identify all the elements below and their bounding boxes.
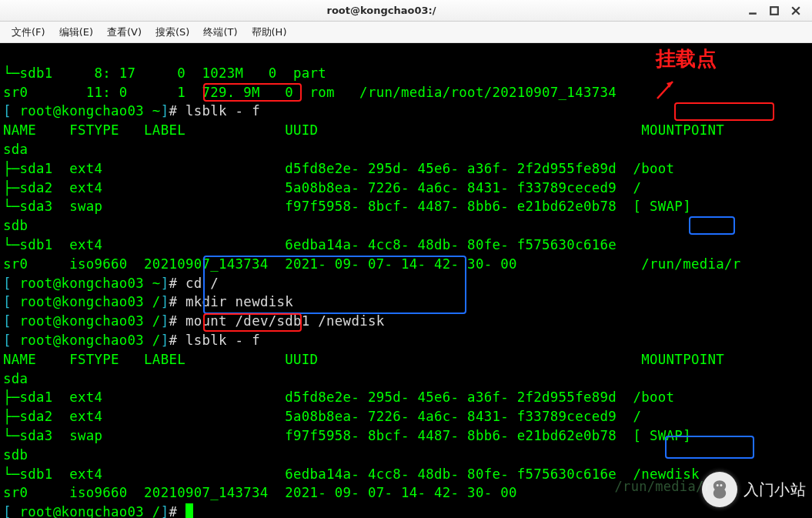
- output-line: ├─sda1 ext4 d5fd8e2e- 295d- 45e6- a36f- …: [3, 161, 674, 176]
- prompt-line: [ root@kongchao03 ~]# cd /: [3, 276, 219, 291]
- terminal[interactable]: └─sdb1 8: 17 0 1023M 0 part sr0 11: 0 1 …: [0, 43, 812, 518]
- menubar: 文件(F) 编辑(E) 查看(V) 搜索(S) 终端(T) 帮助(H): [0, 22, 812, 43]
- menu-view[interactable]: 查看(V): [100, 23, 149, 42]
- output-line: ├─sda2 ext4 5a08b8ea- 7226- 4a6c- 8431- …: [3, 180, 641, 196]
- prompt-line: [ root@kongchao03 /]#: [3, 504, 193, 518]
- annot-box-empty-mount: [689, 216, 735, 235]
- output-line: sr0 iso9660 20210907_143734 2021- 09- 07…: [3, 256, 741, 272]
- menu-help[interactable]: 帮助(H): [245, 23, 294, 42]
- output-line: sdb: [3, 447, 28, 463]
- annot-label-mountpoint: 挂载点: [656, 49, 717, 69]
- output-line: sr0 11: 0 1 729. 9M 0 rom /run/media/roo…: [3, 85, 617, 100]
- command-mkdir: mkdir newdisk: [185, 294, 293, 309]
- command-mount: mount /dev/sdb1 /newdisk: [185, 313, 384, 329]
- output-line: sda: [3, 142, 28, 157]
- output-line: └─sda3 swap f97f5958- 8bcf- 4487- 8bb6- …: [3, 428, 691, 443]
- output-line: └─sdb1 ext4 6edba14a- 4cc8- 48db- 80fe- …: [3, 237, 617, 252]
- window-controls: [747, 5, 812, 16]
- output-line: sr0 iso9660 20210907_143734 2021- 09- 07…: [3, 485, 517, 500]
- prompt-line: [ root@kongchao03 /]# mkdir newdisk: [3, 294, 293, 309]
- annot-box-mountpoint: [674, 102, 774, 121]
- window-titlebar: root@kongchao03:/: [0, 0, 812, 22]
- svg-rect-0: [749, 12, 757, 14]
- annot-arrow-icon: [650, 79, 676, 106]
- lsblk-header: NAME FSTYPE LABEL UUID MOUNTPOINT: [3, 122, 724, 138]
- menu-search[interactable]: 搜索(S): [149, 23, 196, 42]
- cursor: [185, 503, 193, 518]
- prompt-line: [ root@kongchao03 /]# mount /dev/sdb1 /n…: [3, 313, 384, 329]
- watermark-icon: [702, 472, 737, 507]
- output-line: └─sda3 swap f97f5958- 8bcf- 4487- 8bb6- …: [3, 199, 691, 214]
- output-line: └─sdb1 ext4 6edba14a- 4cc8- 48db- 80fe- …: [3, 466, 700, 482]
- command-lsblk2: lsblk - f: [185, 333, 260, 348]
- menu-terminal[interactable]: 终端(T): [196, 23, 244, 42]
- command-lsblk: lsblk - f: [185, 103, 260, 119]
- output-line: ├─sda2 ext4 5a08b8ea- 7226- 4a6c- 8431- …: [3, 409, 641, 424]
- maximize-button[interactable]: [769, 5, 780, 16]
- svg-marker-4: [667, 82, 673, 88]
- window-title: root@kongchao03:/: [15, 5, 747, 16]
- menu-file[interactable]: 文件(F): [5, 23, 52, 42]
- watermark-text: 入门小站: [743, 480, 806, 500]
- output-line: sda: [3, 371, 28, 386]
- svg-rect-1: [770, 7, 778, 15]
- menu-edit[interactable]: 编辑(E): [52, 23, 100, 42]
- watermark: 入门小站: [702, 472, 806, 507]
- close-button[interactable]: [790, 5, 801, 16]
- output-line: └─sdb1 8: 17 0 1023M 0 part: [3, 65, 326, 81]
- prompt-line: [ root@kongchao03 /]# lsblk - f: [3, 333, 260, 348]
- command-cd: cd /: [185, 276, 219, 291]
- output-line: sdb: [3, 218, 28, 233]
- prompt-line: [ root@kongchao03 ~]# lsblk - f: [3, 103, 260, 119]
- minimize-button[interactable]: [747, 5, 758, 16]
- output-line: ├─sda1 ext4 d5fd8e2e- 295d- 45e6- a36f- …: [3, 389, 674, 405]
- lsblk-header2: NAME FSTYPE LABEL UUID MOUNTPOINT: [3, 352, 724, 367]
